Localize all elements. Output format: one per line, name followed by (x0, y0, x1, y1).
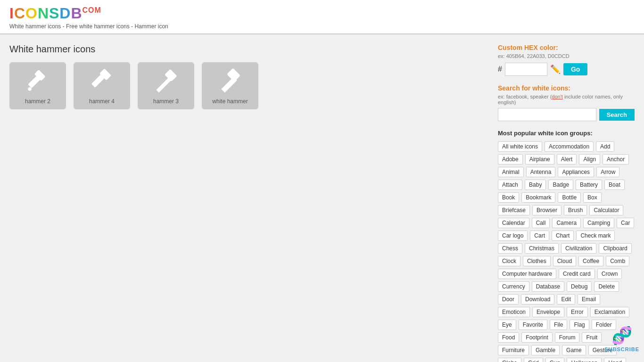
tag-item[interactable]: Add (596, 141, 614, 152)
search-example-prefix: ex: facebook, speaker ( (498, 94, 552, 99)
logo-letter-n: N (38, 5, 49, 22)
tag-item[interactable]: Error (567, 307, 588, 317)
tag-item[interactable]: Crown (597, 269, 622, 279)
icon-card-hammer2[interactable]: hammer 2 (9, 62, 66, 109)
subscribe-label: SUBSCRIBE (604, 346, 639, 352)
tag-item[interactable]: Globe (498, 358, 521, 362)
tag-item[interactable]: Airplane (525, 154, 554, 165)
tag-item[interactable]: Download (521, 294, 554, 304)
tag-item[interactable]: Edit (557, 294, 575, 304)
tag-item[interactable]: Accommodation (545, 141, 594, 152)
tag-item[interactable]: Comb (606, 256, 629, 266)
svg-point-2 (28, 87, 32, 91)
tag-item[interactable]: Badge (548, 180, 573, 190)
tag-item[interactable]: Brush (564, 205, 587, 215)
tag-item[interactable]: Furniture (498, 345, 529, 355)
tag-item[interactable]: Door (498, 294, 519, 304)
tag-item[interactable]: Bookmark (521, 192, 555, 203)
tag-item[interactable]: Arrow (596, 167, 619, 177)
tag-item[interactable]: Eye (498, 320, 516, 330)
tag-item[interactable]: Currency (498, 281, 529, 292)
icon-label-hammer2: hammer 2 (25, 98, 50, 105)
tag-item[interactable]: Fruit (582, 332, 602, 343)
tag-item[interactable]: Appliances (558, 167, 594, 177)
icon-card-white-hammer[interactable]: white hammer (202, 62, 258, 109)
tag-item[interactable]: Call (532, 218, 550, 228)
tag-item[interactable]: Halloween (567, 358, 602, 362)
tag-item[interactable]: Box (583, 192, 602, 203)
tag-item[interactable]: Check mark (576, 230, 615, 241)
icon-card-hammer3[interactable]: hammer 3 (138, 62, 194, 109)
tag-item[interactable]: Grid (524, 358, 543, 362)
pencil-icon[interactable]: ✏️ (550, 64, 561, 74)
tag-item[interactable]: Coffee (578, 256, 603, 266)
tag-item[interactable]: Boat (604, 180, 625, 190)
tag-item[interactable]: Gamble (531, 345, 560, 355)
tag-item[interactable]: File (550, 320, 567, 330)
tag-item[interactable]: Exclamation (590, 307, 629, 317)
tag-item[interactable]: Car logo (498, 230, 528, 241)
popular-groups-title: Most popular white icon groups: (498, 130, 635, 137)
tag-item[interactable]: Computer hardware (498, 269, 556, 279)
tag-item[interactable]: Calculator (589, 205, 623, 215)
tag-item[interactable]: Envelope (532, 307, 564, 317)
tag-item[interactable]: Civilization (561, 243, 596, 254)
tag-item[interactable]: Calendar (498, 218, 529, 228)
tag-item[interactable]: Game (562, 345, 586, 355)
sidebar: Custom HEX color: ex: 405B64, 22A033, D0… (498, 44, 635, 362)
search-button[interactable]: Search (599, 109, 635, 121)
tag-item[interactable]: Footprint (521, 332, 552, 343)
tag-item[interactable]: Battery (576, 180, 602, 190)
page-tagline: White hammer icons - Free white hammer i… (9, 23, 635, 30)
tag-item[interactable]: Debug (567, 281, 592, 292)
tag-item[interactable]: Gun (545, 358, 565, 362)
site-logo[interactable]: ICONSDBCOM (9, 5, 635, 22)
tag-item[interactable]: Delete (594, 281, 619, 292)
tag-item[interactable]: Chart (552, 230, 574, 241)
icon-label-white-hammer: white hammer (212, 98, 248, 105)
tag-item[interactable]: Flag (570, 320, 589, 330)
tag-item[interactable]: Alert (557, 154, 577, 165)
tag-item[interactable]: Database (532, 281, 564, 292)
tag-item[interactable]: Adobe (498, 154, 523, 165)
tag-item[interactable]: All white icons (498, 141, 542, 152)
subscribe-area[interactable]: 🧬 SUBSCRIBE (604, 326, 639, 353)
tag-item[interactable]: Hand (604, 358, 626, 362)
tag-item[interactable]: Forum (555, 332, 580, 343)
tag-item[interactable]: Favorite (519, 320, 547, 330)
search-section: Search for white icons: ex: facebook, sp… (498, 84, 635, 121)
tag-item[interactable]: Book (498, 192, 519, 203)
tag-item[interactable]: Briefcase (498, 205, 530, 215)
tag-item[interactable]: Food (498, 332, 519, 343)
site-header: ICONSDBCOM White hammer icons - Free whi… (0, 0, 644, 34)
tag-item[interactable]: Cart (530, 230, 549, 241)
logo-com: COM (83, 6, 101, 14)
tag-item[interactable]: Christmas (525, 243, 559, 254)
tag-item[interactable]: Clock (498, 256, 520, 266)
search-input[interactable] (498, 108, 596, 121)
search-row: Search (498, 108, 635, 121)
hex-color-input[interactable] (505, 63, 547, 76)
tag-item[interactable]: Anchor (603, 154, 629, 165)
tag-item[interactable]: Car (617, 218, 634, 228)
white-hammer-icon (216, 67, 244, 95)
tag-item[interactable]: Align (579, 154, 600, 165)
tag-item[interactable]: Bottle (558, 192, 581, 203)
tag-item[interactable]: Browser (532, 205, 561, 215)
tag-item[interactable]: Attach (498, 180, 522, 190)
tag-item[interactable]: Emoticon (498, 307, 530, 317)
icon-card-hammer4[interactable]: hammer 4 (74, 62, 130, 109)
tag-item[interactable]: Antenna (526, 167, 556, 177)
tag-item[interactable]: Cloud (553, 256, 576, 266)
search-dont-text: don't (552, 94, 563, 99)
tag-item[interactable]: Clipboard (599, 243, 631, 254)
tag-item[interactable]: Chess (498, 243, 522, 254)
tag-item[interactable]: Animal (498, 167, 524, 177)
tag-item[interactable]: Credit card (559, 269, 595, 279)
tag-item[interactable]: Camera (552, 218, 581, 228)
tag-item[interactable]: Baby (525, 180, 546, 190)
hex-go-button[interactable]: Go (563, 63, 587, 75)
tag-item[interactable]: Camping (583, 218, 614, 228)
tag-item[interactable]: Clothes (523, 256, 551, 266)
tag-item[interactable]: Email (578, 294, 600, 304)
